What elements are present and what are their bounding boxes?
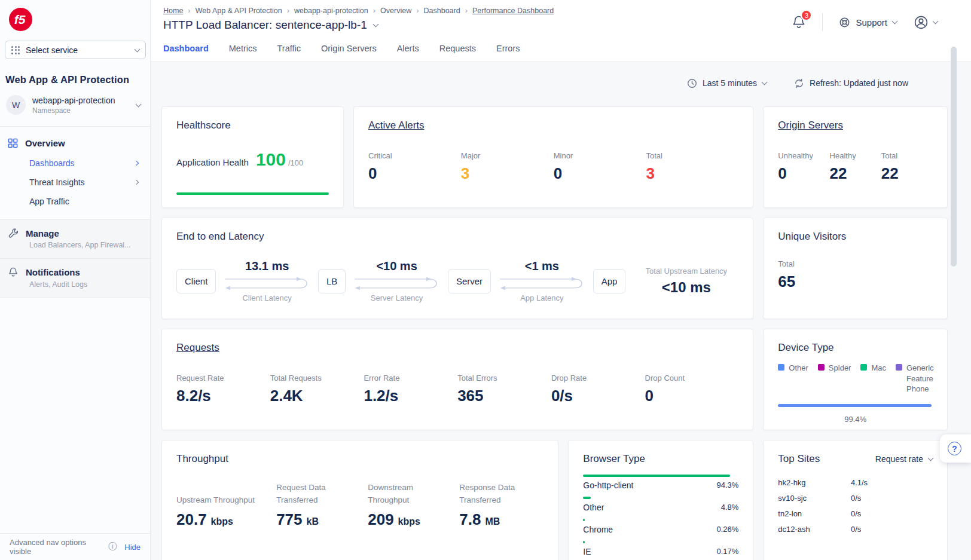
breadcrumb-product[interactable]: Web App & API Protection bbox=[196, 7, 282, 15]
info-icon: ⓘ bbox=[108, 541, 117, 552]
app-window: f5 Select service Web App & API Protecti… bbox=[0, 0, 971, 560]
stat-request-data-transferred: Request Data Transferred 775kB bbox=[276, 481, 361, 529]
breadcrumb-namespace[interactable]: webapp-api-protection bbox=[294, 7, 368, 15]
breadcrumb-home[interactable]: Home bbox=[163, 7, 183, 15]
stat-value: 20.7 bbox=[176, 510, 207, 529]
tab-errors[interactable]: Errors bbox=[496, 44, 520, 62]
refresh-icon bbox=[794, 78, 804, 88]
stat-request-rate: Request Rate 8.2/s bbox=[176, 374, 270, 405]
top-site-row: hk2-hkg 4.1/s bbox=[778, 475, 933, 490]
notifications-bell-button[interactable]: 3 bbox=[792, 14, 806, 30]
browser-bar bbox=[583, 541, 585, 543]
origin-servers-card: Origin Servers Unhealthy 0 Healthy 22 bbox=[763, 106, 948, 208]
service-selector-label: Select service bbox=[26, 45, 78, 55]
stat-label: Critical bbox=[368, 151, 461, 160]
clock-icon bbox=[687, 78, 697, 88]
top-site-row: tn2-lon 0/s bbox=[778, 506, 933, 521]
refresh-button[interactable]: Refresh: Updated just now bbox=[794, 78, 908, 88]
stat-total-servers: Total 22 bbox=[881, 151, 933, 183]
latency-node-client: Client bbox=[176, 269, 216, 293]
stat-error-rate: Error Rate 1.2/s bbox=[364, 374, 457, 405]
stat-label: Drop Rate bbox=[551, 374, 645, 382]
stat-value: 1.2/s bbox=[364, 387, 457, 405]
stat-value: 0/s bbox=[551, 387, 645, 405]
browser-label: Go-http-client bbox=[583, 481, 633, 490]
sidebar-item-threat-insights[interactable]: Threat Insights bbox=[7, 173, 143, 192]
legend-label: Spider bbox=[829, 363, 851, 394]
requests-title[interactable]: Requests bbox=[176, 342, 219, 354]
sidebar-item-app-traffic[interactable]: App Traffic bbox=[7, 192, 143, 211]
overview-grid-icon bbox=[8, 138, 18, 148]
sidebar-item-label: Dashboards bbox=[29, 158, 75, 168]
hop-value: 13.1 ms bbox=[245, 259, 289, 273]
breadcrumb-overview[interactable]: Overview bbox=[380, 7, 411, 15]
legend-label: Mac bbox=[871, 363, 886, 394]
healthscore-value: 100 bbox=[256, 149, 286, 170]
top-sites-metric-selector[interactable]: Request rate bbox=[875, 454, 933, 464]
legend-swatch bbox=[896, 364, 902, 371]
stat-unit: MB bbox=[485, 516, 500, 527]
manage-sublabel: Load Balancers, App Firewal... bbox=[29, 241, 143, 249]
sidebar-section-notifications[interactable]: Notifications Alerts, Audit Logs bbox=[0, 258, 150, 298]
hide-nav-link[interactable]: Hide bbox=[124, 543, 141, 552]
application-health-label: Application Health bbox=[176, 157, 249, 167]
account-menu[interactable] bbox=[913, 14, 938, 30]
stat-total-alerts: Total 3 bbox=[646, 151, 739, 183]
breadcrumb-performance-dashboard[interactable]: Performance Dashboard bbox=[472, 7, 554, 15]
notifications-label: Notifications bbox=[26, 267, 80, 277]
sidebar-item-dashboards[interactable]: Dashboards bbox=[7, 154, 143, 173]
device-type-title: Device Type bbox=[778, 342, 833, 354]
requests-card: Requests Request Rate 8.2/s Total Reques… bbox=[161, 329, 753, 430]
namespace-selector[interactable]: W webapp-api-protection Namespace bbox=[2, 93, 145, 117]
origin-servers-title[interactable]: Origin Servers bbox=[778, 120, 843, 131]
breadcrumb-dashboard[interactable]: Dashboard bbox=[424, 7, 460, 15]
healthscore-bar bbox=[176, 192, 329, 195]
total-upstream-latency-value: <10 ms bbox=[634, 279, 738, 296]
stat-label: Downstream Throughput bbox=[368, 481, 447, 507]
service-selector[interactable]: Select service bbox=[5, 41, 146, 59]
browser-label: Other bbox=[583, 503, 604, 512]
nav-overview-label: Overview bbox=[25, 138, 65, 148]
tab-origin-servers[interactable]: Origin Servers bbox=[321, 44, 377, 62]
tab-requests[interactable]: Requests bbox=[439, 44, 476, 62]
tab-alerts[interactable]: Alerts bbox=[397, 44, 419, 62]
tab-traffic[interactable]: Traffic bbox=[277, 44, 300, 62]
breadcrumb-separator: › bbox=[373, 6, 375, 15]
site-rate: 0/s bbox=[851, 494, 861, 503]
active-alerts-title[interactable]: Active Alerts bbox=[368, 120, 425, 131]
sidebar-section-manage[interactable]: Manage Load Balancers, App Firewal... bbox=[0, 219, 150, 258]
topbar: Home › Web App & API Protection › webapp… bbox=[151, 0, 971, 33]
f5-logo-icon: f5 bbox=[9, 8, 32, 31]
help-button[interactable]: ? bbox=[940, 434, 971, 463]
wrench-icon bbox=[8, 228, 19, 238]
stat-label: Response Data Transferred bbox=[459, 481, 538, 507]
site-name: dc12-ash bbox=[778, 525, 851, 534]
toolbar: Last 5 minutes Refresh: Updated just now bbox=[161, 74, 908, 92]
stat-unit: kbps bbox=[398, 516, 420, 527]
hop-label: Server Latency bbox=[371, 293, 423, 302]
unique-visitors-card: Unique Visitors Total 65 bbox=[763, 218, 948, 319]
scrollbar-thumb[interactable] bbox=[951, 47, 957, 267]
top-sites-title: Top Sites bbox=[778, 453, 820, 465]
support-menu[interactable]: Support bbox=[839, 17, 897, 28]
stat-total-requests: Total Requests 2.4K bbox=[270, 374, 364, 405]
help-icon: ? bbox=[948, 442, 961, 455]
latency-arrow-icon bbox=[497, 275, 587, 293]
tab-dashboard[interactable]: Dashboard bbox=[163, 44, 209, 62]
breadcrumb-separator: › bbox=[287, 6, 289, 15]
hop-label: Client Latency bbox=[242, 293, 291, 302]
namespace-sublabel: Namespace bbox=[32, 106, 115, 115]
device-type-legend: Other Spider Mac Generic Feature Phone bbox=[778, 363, 933, 394]
time-range-selector[interactable]: Last 5 minutes bbox=[687, 78, 767, 88]
hop-value: <10 ms bbox=[376, 259, 417, 273]
nav-overview-header[interactable]: Overview bbox=[7, 138, 143, 148]
site-rate: 0/s bbox=[851, 509, 861, 518]
title-chevron-down-icon[interactable] bbox=[372, 22, 378, 27]
stat-label: Request Data Transferred bbox=[276, 481, 355, 507]
site-rate: 0/s bbox=[851, 525, 861, 534]
device-type-card: Device Type Other Spider Mac Generic Fea… bbox=[763, 329, 948, 430]
f5-logo[interactable]: f5 bbox=[9, 8, 32, 31]
tab-metrics[interactable]: Metrics bbox=[229, 44, 257, 62]
stat-response-data-transferred: Response Data Transferred 7.8MB bbox=[459, 481, 543, 529]
site-name: hk2-hkg bbox=[778, 478, 851, 487]
